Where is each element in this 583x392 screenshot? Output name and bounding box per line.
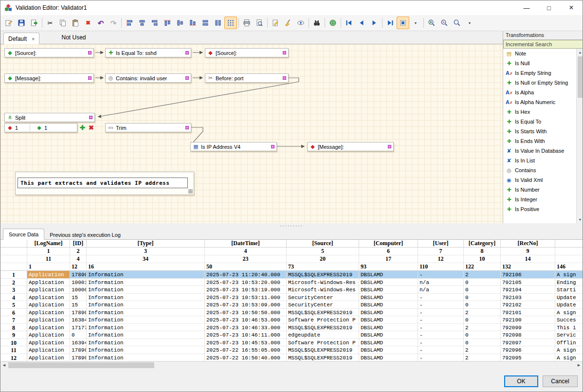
node-trim[interactable]: ▭Trim	[105, 123, 191, 132]
grid-cell[interactable]: 792097	[501, 339, 555, 347]
grid-cell[interactable]: DBSLAMD	[359, 339, 418, 347]
grid-cell[interactable]: SecurityCenter	[287, 301, 359, 309]
grid-cell[interactable]: Information	[87, 339, 205, 347]
grid-cell[interactable]: 792105	[501, 279, 555, 286]
web-button[interactable]	[327, 17, 339, 29]
add-output-button[interactable]: ✚	[78, 124, 87, 132]
grid-cell[interactable]: -	[418, 294, 464, 302]
scroll-right-icon[interactable]: ▶	[575, 362, 583, 369]
row-number[interactable]: 8	[0, 324, 27, 332]
grid-cell[interactable]: Information	[87, 316, 205, 324]
grid-cell[interactable]: Application	[27, 286, 70, 294]
incremental-search-input[interactable]: Incremental Search	[503, 40, 583, 49]
grid-cell[interactable]: 792104	[501, 286, 555, 294]
caret-button[interactable]: ▼	[463, 17, 476, 29]
transformation-item[interactable]: ✚Is Number	[503, 185, 576, 195]
script-button[interactable]	[269, 17, 282, 29]
grid-cell[interactable]: Application	[27, 279, 70, 286]
output-port[interactable]	[283, 76, 286, 80]
grid-cell[interactable]: -	[418, 331, 464, 339]
grid-cell[interactable]: 2	[464, 324, 501, 332]
horizontal-scrollbar[interactable]: ◀ ▶	[0, 361, 583, 369]
grid-cell[interactable]: 2025-07-22 16:50:40.000	[205, 354, 287, 362]
transformation-item[interactable]: ✚Is Equal To	[503, 117, 576, 126]
grid-cell[interactable]: Information	[87, 309, 205, 317]
grid-cell[interactable]: 2025-07-23 10:53:19.000	[205, 286, 287, 294]
cancel-button[interactable]: Cancel	[543, 375, 578, 387]
zoom-in-button[interactable]	[425, 17, 438, 29]
nav-first-button[interactable]	[343, 17, 355, 29]
align-top-button[interactable]	[161, 17, 174, 29]
grid-cell[interactable]: 2025-07-23 10:46:53.000	[205, 316, 287, 324]
grid-cell[interactable]: Servic	[555, 331, 583, 339]
grid-cell[interactable]: 2	[464, 354, 501, 362]
preview-button[interactable]	[253, 17, 266, 29]
grid-cell[interactable]: Ending	[555, 279, 583, 286]
watch-button[interactable]	[294, 17, 307, 29]
tab-previous-log[interactable]: Previous step's execution Log	[44, 230, 126, 240]
grid-cell[interactable]: Application	[27, 301, 70, 309]
column-header[interactable]: [DateTime]	[205, 240, 287, 248]
grid-cell[interactable]: Application	[27, 271, 70, 279]
grid-cell[interactable]: DBSLAMD	[359, 301, 418, 309]
grid-cell[interactable]: 0	[464, 331, 501, 339]
grid-cell[interactable]: Information	[87, 301, 205, 309]
grid-cell[interactable]: DBSLAMD	[359, 324, 418, 332]
grid-cell[interactable]: Information	[87, 286, 205, 294]
design-canvas[interactable]: ◆ 1 ◆ 1 ✚ ✖ This part extracts and valid…	[0, 44, 503, 223]
transformations-scrollbar[interactable]: ▲ ▼	[576, 49, 583, 223]
grid-cell[interactable]: DBSLAMD	[359, 354, 418, 362]
grid-cell[interactable]: -	[418, 271, 464, 279]
grid-cell[interactable]: A sign	[555, 354, 583, 362]
grid-cell[interactable]: DBSLAMD	[359, 331, 418, 339]
tab-source-data[interactable]: Source Data	[3, 229, 44, 240]
grid-cell[interactable]: 2025-07-23 10:53:09.000	[205, 301, 287, 309]
column-header[interactable]: [Source]	[287, 240, 359, 248]
grid-cell[interactable]: MSSQL$SQLEXPRESS2019	[287, 309, 359, 317]
nav-prev-button[interactable]	[355, 17, 368, 29]
cut-button[interactable]: ✂	[44, 17, 56, 29]
output-port[interactable]	[89, 116, 92, 119]
split-left-value[interactable]: 1	[15, 125, 24, 131]
transformation-item[interactable]: A✗Is Empty String	[503, 68, 576, 78]
grid-cell[interactable]: Update	[555, 301, 583, 309]
grid-cell[interactable]: 2025-07-23 10:53:20.000	[205, 279, 287, 286]
row-number[interactable]: 11	[0, 346, 27, 354]
node-split[interactable]: ⋔Split	[4, 113, 95, 122]
node-message-in[interactable]: ◆[Message]:	[4, 73, 94, 83]
grid-cell[interactable]: Microsoft-Windows-Res	[287, 286, 359, 294]
export-button[interactable]	[28, 17, 40, 29]
row-number[interactable]: 10	[0, 339, 27, 347]
transformation-item[interactable]: ◎Contains	[503, 165, 576, 175]
grid-cell[interactable]: -	[418, 324, 464, 332]
remove-output-button[interactable]: ✖	[87, 124, 95, 132]
grid-cell[interactable]: 0	[464, 316, 501, 324]
transformation-item[interactable]: A✗Is Alpha	[503, 88, 576, 97]
grid-cell[interactable]: 0	[464, 286, 501, 294]
delete-button[interactable]: ✖	[82, 17, 94, 29]
redo-button[interactable]: ↷	[107, 17, 120, 29]
node-is-equal-to[interactable]: ✚Is Equal To: sshd	[105, 48, 191, 57]
grid-cell[interactable]: A sign	[555, 271, 583, 279]
grid-cell[interactable]: 792106	[501, 271, 555, 279]
same-height-button[interactable]	[212, 17, 224, 29]
row-number[interactable]: 7	[0, 316, 27, 324]
grid-cell[interactable]: 792098	[501, 331, 555, 339]
grid-cell[interactable]: edgeupdate	[287, 331, 359, 339]
transformation-item[interactable]: ✘Is In List	[503, 156, 576, 165]
grid-cell[interactable]: 2	[464, 346, 501, 354]
note-textbox[interactable]: This part extracts and validates IP addr…	[18, 178, 188, 188]
transformation-item[interactable]: A✗Is Alpha Numeric	[503, 97, 576, 107]
grid-cell[interactable]: Information	[87, 346, 205, 354]
scroll-left-icon[interactable]: ◀	[0, 362, 8, 369]
minimize-button[interactable]: —	[515, 0, 538, 15]
grid-cell[interactable]: DBSLAMD	[359, 294, 418, 302]
undo-button[interactable]: ↶	[94, 17, 107, 29]
ok-button[interactable]: OK	[504, 375, 538, 387]
output-port[interactable]	[88, 51, 91, 54]
node-contains[interactable]: ◎Contains: invalid user	[105, 73, 191, 83]
row-number[interactable]: 4	[0, 294, 27, 302]
align-center-button[interactable]	[136, 17, 148, 29]
grid-cell[interactable]: 2025-07-23 10:53:11.000	[205, 294, 287, 302]
caret-button[interactable]: ▼	[409, 17, 422, 29]
